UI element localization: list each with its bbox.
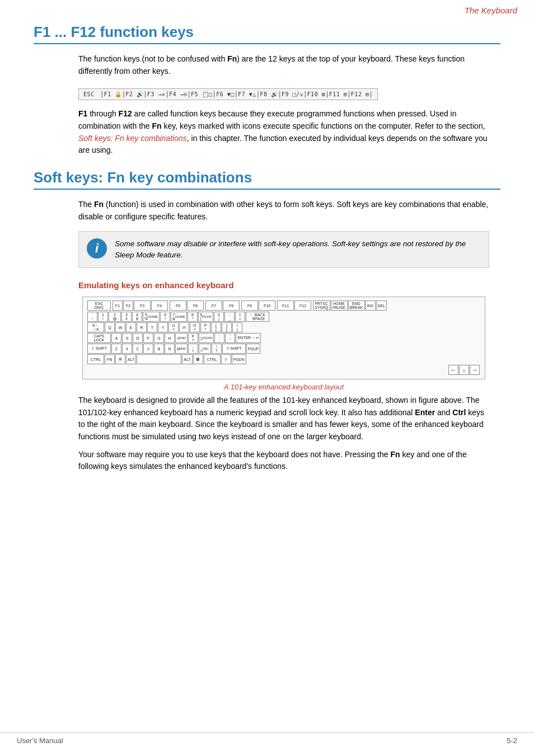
page-content: F1 ... F12 function keys The function ke… [0, 18, 534, 490]
section2-para1: The Fn (function) is used in combination… [78, 199, 489, 223]
page-footer: User's Manual 5-2 [0, 732, 534, 745]
section1-body: The function keys (not to be confused wi… [78, 53, 489, 157]
info-icon: i [87, 238, 107, 259]
subsection1-para1: The keyboard is designed to provide all … [78, 395, 489, 443]
f-keys-keyboard-image: ESC │F1 🔒│F2 🔊│F3 →✕│F4 →⊙│F5 📋□│F6 ▼□│F… [78, 88, 378, 100]
section2-title: Soft keys: Fn key combinations [34, 169, 500, 190]
info-text: Some software may disable or interfere w… [115, 238, 481, 261]
info-box: i Some software may disable or interfere… [78, 231, 489, 269]
section2-body: The Fn (function) is used in combination… [78, 199, 489, 268]
subsection1-container: Emulating keys on enhanced keyboard ESCO… [78, 280, 489, 473]
section1-para1: The function keys (not to be confused wi… [78, 53, 489, 77]
enhanced-keyboard-image: ESCON/C F1 F2 F3 F4 F5 F6 F7 F8 F9 F10 [82, 297, 485, 379]
subsection1-title: Emulating keys on enhanced keyboard [78, 280, 489, 290]
header-title: The Keyboard [465, 6, 517, 15]
keyboard-caption: A 101-key enhanced keyboard layout [224, 383, 344, 391]
soft-keys-link[interactable]: Soft keys: Fn key combinations [78, 134, 187, 143]
keyboard-large-container: ESCON/C F1 F2 F3 F4 F5 F6 F7 F8 F9 F10 [78, 297, 489, 391]
section1-title: F1 ... F12 function keys [34, 24, 500, 44]
page-header: The Keyboard [0, 0, 534, 18]
subsection1-para2: Your software may require you to use key… [78, 449, 489, 473]
section1-para2: F1 through F12 are called function keys … [78, 108, 489, 157]
footer-right: 5-2 [507, 736, 517, 745]
footer-left: User's Manual [17, 736, 63, 745]
